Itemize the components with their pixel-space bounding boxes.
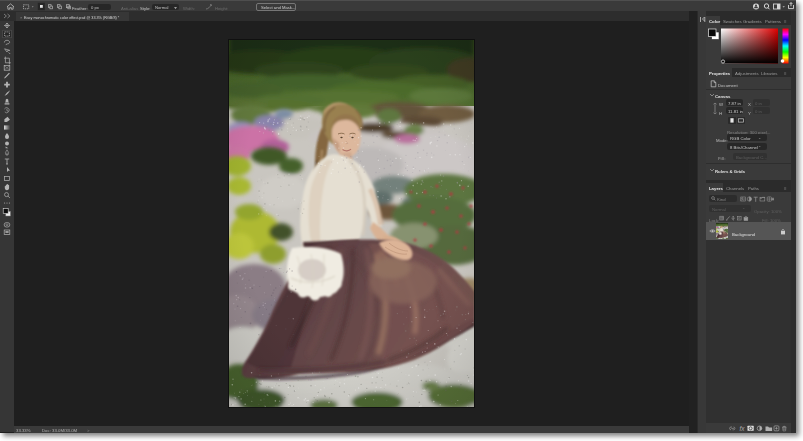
svg-text:fx: fx: [740, 425, 746, 432]
